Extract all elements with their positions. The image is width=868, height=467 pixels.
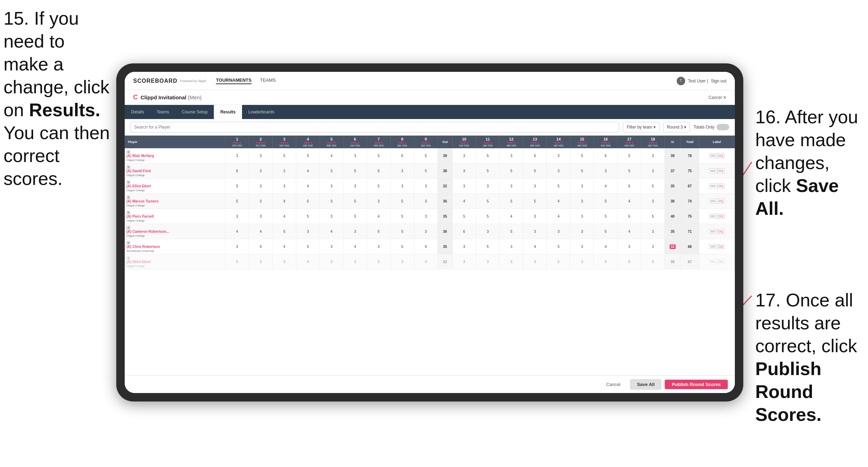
score-hole-13[interactable]: 5 bbox=[523, 163, 547, 179]
score-hole-7[interactable]: 3 bbox=[367, 239, 390, 254]
score-hole-16[interactable]: 5 bbox=[594, 209, 618, 224]
score-hole-12[interactable]: 3 bbox=[500, 239, 523, 254]
score-hole-17[interactable]: 6 bbox=[618, 179, 641, 194]
score-hole-2[interactable]: 3 bbox=[249, 194, 273, 209]
score-hole-5[interactable]: 3 bbox=[320, 163, 343, 179]
score-hole-17[interactable]: 6 bbox=[618, 254, 641, 269]
score-hole-12[interactable]: 3 bbox=[500, 254, 523, 269]
score-hole-14[interactable]: 4 bbox=[547, 209, 570, 224]
score-hole-4[interactable]: 4 bbox=[296, 179, 320, 194]
totals-only-toggle[interactable]: Totals Only bbox=[694, 124, 729, 130]
score-hole-15[interactable]: 3 bbox=[570, 239, 594, 254]
score-hole-18[interactable]: 3 bbox=[641, 194, 665, 209]
score-hole-8[interactable]: 3 bbox=[390, 254, 414, 269]
score-hole-13[interactable]: 5 bbox=[523, 194, 547, 209]
score-hole-16[interactable]: 4 bbox=[594, 254, 618, 269]
score-hole-3[interactable]: 4 bbox=[273, 239, 296, 254]
score-hole-9[interactable]: 3 bbox=[414, 179, 438, 194]
score-hole-15[interactable]: 3 bbox=[570, 254, 594, 269]
score-hole-7[interactable]: 5 bbox=[367, 254, 390, 269]
round-selector-button[interactable]: Round 3 ▾ bbox=[663, 122, 690, 132]
score-hole-14[interactable]: 3 bbox=[547, 148, 570, 163]
score-hole-2[interactable]: 4 bbox=[249, 239, 273, 254]
score-hole-15[interactable]: 3 bbox=[570, 209, 594, 224]
score-hole-14[interactable]: 5 bbox=[547, 179, 570, 194]
tab-results[interactable]: Results bbox=[214, 105, 242, 119]
score-hole-15[interactable]: 3 bbox=[570, 179, 594, 194]
score-hole-4[interactable]: 5 bbox=[296, 239, 320, 254]
score-hole-5[interactable]: 3 bbox=[320, 209, 343, 224]
score-table-container[interactable]: Player 1PAR 4370 YDS 2PAR 5511 YDS 3PAR … bbox=[125, 136, 735, 375]
score-hole-18[interactable]: 3 bbox=[641, 148, 665, 163]
score-hole-10[interactable]: 4 bbox=[452, 194, 476, 209]
score-hole-4[interactable]: 3 bbox=[296, 224, 320, 239]
score-hole-5[interactable]: 3 bbox=[320, 254, 343, 269]
label-btn-dq[interactable]: DQ bbox=[717, 214, 725, 219]
score-hole-12[interactable]: 3 bbox=[500, 148, 523, 163]
score-hole-7[interactable]: 6 bbox=[367, 163, 390, 179]
score-hole-6[interactable]: 5 bbox=[343, 209, 367, 224]
score-hole-7[interactable]: 3 bbox=[367, 194, 390, 209]
score-hole-1[interactable]: 4 bbox=[225, 224, 249, 239]
score-hole-1[interactable]: 3 bbox=[225, 209, 249, 224]
score-hole-9[interactable]: 3 bbox=[414, 209, 438, 224]
publish-round-scores-button[interactable]: Publish Round Scores bbox=[665, 380, 728, 389]
score-hole-3[interactable]: 3 bbox=[273, 179, 296, 194]
score-hole-16[interactable]: 5 bbox=[594, 224, 618, 239]
label-btn-dq[interactable]: DQ bbox=[717, 199, 725, 204]
score-hole-10[interactable]: 6 bbox=[452, 224, 476, 239]
score-hole-18[interactable]: 5 bbox=[641, 254, 665, 269]
score-hole-16[interactable]: 3 bbox=[594, 163, 618, 179]
score-hole-13[interactable]: 6 bbox=[523, 148, 547, 163]
score-hole-14[interactable]: 5 bbox=[547, 254, 570, 269]
score-hole-4[interactable]: 5 bbox=[296, 148, 320, 163]
score-hole-14[interactable]: 5 bbox=[547, 239, 570, 254]
label-btn-wd[interactable]: WD bbox=[709, 244, 717, 249]
score-hole-12[interactable]: 5 bbox=[500, 194, 523, 209]
score-hole-5[interactable]: 3 bbox=[320, 179, 343, 194]
score-hole-2[interactable]: 4 bbox=[249, 224, 273, 239]
score-hole-10[interactable]: 3 bbox=[452, 179, 476, 194]
score-hole-6[interactable]: 4 bbox=[343, 239, 367, 254]
score-hole-18[interactable]: 3 bbox=[641, 239, 665, 254]
score-hole-1[interactable]: 5 bbox=[225, 179, 249, 194]
score-hole-8[interactable]: 3 bbox=[390, 163, 414, 179]
label-btn-wd[interactable]: WD bbox=[709, 153, 717, 158]
label-btn-wd[interactable]: WD bbox=[709, 259, 717, 264]
score-hole-8[interactable]: 5 bbox=[390, 194, 414, 209]
tournament-cancel-btn[interactable]: Cancel ✕ bbox=[708, 95, 726, 100]
label-btn-dq[interactable]: DQ bbox=[717, 259, 725, 264]
label-btn-wd[interactable]: WD bbox=[709, 168, 717, 173]
label-btn-dq[interactable]: DQ bbox=[717, 183, 725, 188]
score-hole-5[interactable]: 3 bbox=[320, 194, 343, 209]
cancel-button[interactable]: Cancel bbox=[600, 380, 627, 389]
score-hole-9[interactable]: 3 bbox=[414, 254, 438, 269]
score-hole-14[interactable]: 3 bbox=[547, 163, 570, 179]
score-hole-3[interactable]: 3 bbox=[273, 163, 296, 179]
score-hole-9[interactable]: 5 bbox=[414, 163, 438, 179]
filter-team-button[interactable]: Filter by team ▾ bbox=[623, 122, 659, 132]
score-hole-6[interactable]: 5 bbox=[343, 163, 367, 179]
score-hole-2[interactable]: 3 bbox=[249, 209, 273, 224]
score-hole-14[interactable]: 4 bbox=[547, 194, 570, 209]
score-hole-15[interactable]: 5 bbox=[570, 163, 594, 179]
score-hole-18[interactable]: 5 bbox=[641, 209, 665, 224]
score-hole-17[interactable]: 4 bbox=[618, 224, 641, 239]
label-btn-wd[interactable]: WD bbox=[709, 199, 717, 204]
tab-details[interactable]: Details bbox=[125, 105, 150, 119]
score-hole-16[interactable]: 4 bbox=[594, 179, 618, 194]
score-hole-6[interactable]: 3 bbox=[343, 254, 367, 269]
score-hole-18[interactable]: 3 bbox=[641, 224, 665, 239]
score-hole-5[interactable]: 4 bbox=[320, 148, 343, 163]
score-hole-18[interactable]: 5 bbox=[641, 179, 665, 194]
score-hole-15[interactable]: 3 bbox=[570, 224, 594, 239]
score-hole-17[interactable]: 5 bbox=[618, 163, 641, 179]
label-btn-dq[interactable]: DQ bbox=[717, 168, 725, 173]
score-hole-10[interactable]: 3 bbox=[452, 254, 476, 269]
score-hole-1[interactable]: 3 bbox=[225, 239, 249, 254]
nav-link-teams[interactable]: TEAMS bbox=[260, 77, 276, 84]
totals-only-switch[interactable] bbox=[717, 124, 729, 130]
sign-out-link[interactable]: Sign out bbox=[711, 79, 726, 83]
score-hole-12[interactable]: 4 bbox=[500, 209, 523, 224]
score-hole-7[interactable]: 5 bbox=[367, 224, 390, 239]
